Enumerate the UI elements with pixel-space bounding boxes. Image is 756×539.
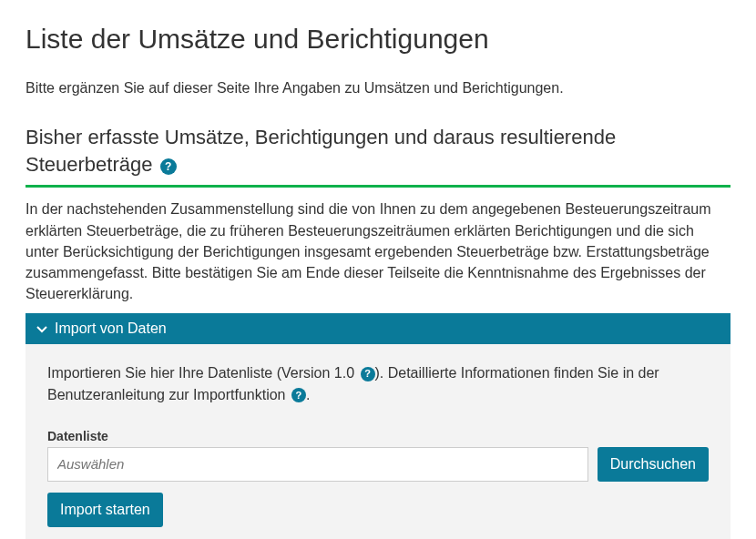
page-title: Liste der Umsätze und Berichtigungen	[26, 24, 730, 55]
section-heading-text: Bisher erfasste Umsätze, Berichtigungen …	[26, 126, 616, 176]
import-desc-post: .	[306, 387, 310, 402]
import-desc-pre: Importieren Sie hier Ihre Datenliste (Ve…	[47, 365, 359, 381]
import-description: Importieren Sie hier Ihre Datenliste (Ve…	[47, 362, 709, 404]
section-summary: In der nachstehenden Zusammenstellung si…	[26, 198, 730, 304]
section-heading: Bisher erfasste Umsätze, Berichtigungen …	[26, 124, 730, 185]
help-icon[interactable]: ?	[160, 158, 177, 175]
import-panel-header[interactable]: Import von Daten	[26, 313, 730, 344]
import-panel-body: Importieren Sie hier Ihre Datenliste (Ve…	[26, 344, 730, 539]
help-icon[interactable]: ?	[361, 367, 375, 381]
datalist-label: Datenliste	[47, 429, 709, 443]
start-import-button[interactable]: Import starten	[47, 493, 163, 527]
page-intro: Bitte ergänzen Sie auf dieser Seite Ihre…	[26, 80, 730, 97]
browse-button[interactable]: Durchsuchen	[598, 447, 709, 482]
help-icon[interactable]: ?	[291, 388, 306, 402]
chevron-down-icon	[36, 323, 47, 334]
import-panel-title: Import von Daten	[55, 320, 167, 337]
datalist-input[interactable]	[47, 447, 588, 482]
